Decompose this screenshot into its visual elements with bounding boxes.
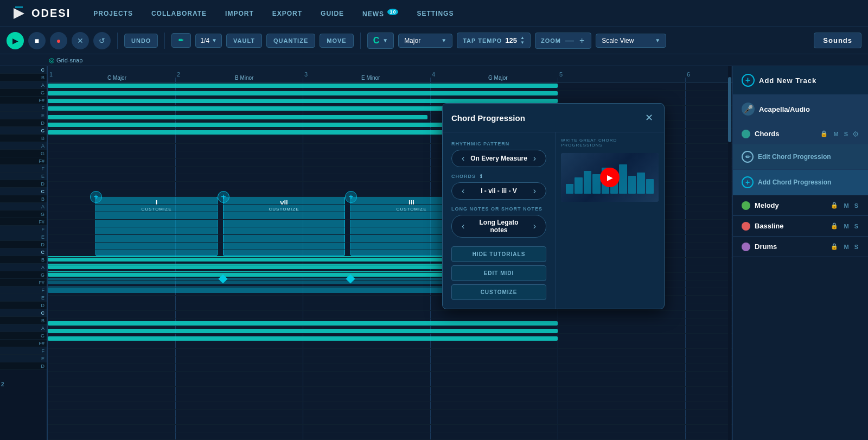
scrollbar-thumb[interactable] <box>728 77 731 142</box>
scale-selector[interactable]: Major ▼ <box>398 34 452 48</box>
track-drums[interactable]: Drums 🔒 M S <box>733 237 868 257</box>
nav-export[interactable]: EXPORT <box>271 8 303 20</box>
hide-tutorials-button[interactable]: HIDE TUTORIALS <box>451 246 546 262</box>
chords-lock-button[interactable]: 🔒 <box>819 129 829 138</box>
bpm-down[interactable]: ▼ <box>520 41 525 45</box>
note-dn1: D <box>0 362 47 370</box>
nav-collaborate[interactable]: COLLABORATE <box>150 8 208 20</box>
rhythmic-next-button[interactable]: › <box>530 154 539 163</box>
bpm-arrows: ▲ ▼ <box>520 36 525 45</box>
acapella-audio-button[interactable]: 🎤 Acapella/Audio <box>733 95 868 124</box>
drums-S-button[interactable]: S <box>853 243 859 251</box>
nav-import[interactable]: IMPORT <box>224 8 255 20</box>
quantize-button[interactable]: QUANTIZE <box>266 34 315 48</box>
modal-close-button[interactable]: ✕ <box>642 111 655 124</box>
customize-button[interactable]: CUSTOMIZE <box>451 284 546 300</box>
news-badge: 10 <box>387 9 398 15</box>
edit-midi-button[interactable]: EDIT MIDI <box>451 265 546 281</box>
add-chord-progression-button[interactable]: + Add Chord Progression <box>733 170 868 195</box>
drums-lock-button[interactable]: 🔒 <box>829 242 839 251</box>
add-marker-3[interactable]: + <box>345 191 357 203</box>
chords-M-button[interactable]: M <box>832 130 839 138</box>
zoom-control: ZOOM — + <box>535 33 591 49</box>
add-new-track-button[interactable]: + Add New Track <box>733 66 868 95</box>
rhythmic-prev-button[interactable]: ‹ <box>458 154 468 163</box>
note-b3: B <box>0 135 47 142</box>
melody-S-button[interactable]: S <box>853 201 859 210</box>
record-button[interactable]: ● <box>50 32 67 49</box>
chord-customize-vii[interactable]: CUSTOMIZE <box>269 207 299 212</box>
nav-projects[interactable]: PROJECTS <box>92 8 134 20</box>
note-b0: B <box>0 317 47 324</box>
undo-button[interactable]: UNDO <box>124 34 158 48</box>
measure-marker-5: 5 <box>558 71 563 82</box>
note-e1: E <box>0 294 47 302</box>
melody-lock-button[interactable]: 🔒 <box>829 201 839 210</box>
note-d2: D <box>0 241 47 248</box>
modal-left-panel: RHYTHMIC PATTERN ‹ On Every Measure › CH… <box>443 132 556 309</box>
chords-next-button[interactable]: › <box>530 186 539 196</box>
chord-block-I[interactable]: I CUSTOMIZE <box>95 196 218 256</box>
move-button[interactable]: MOVE <box>320 34 353 48</box>
nav-news[interactable]: NEWS 10 <box>361 7 399 20</box>
sounds-button[interactable]: Sounds <box>814 33 861 48</box>
chord-block-vii[interactable]: vii CUSTOMIZE <box>223 196 345 256</box>
draw-button[interactable]: ✏ <box>171 33 191 48</box>
bassline-lock-button[interactable]: 🔒 <box>829 221 839 231</box>
stop-button[interactable]: ■ <box>28 32 46 49</box>
chords-help-icon[interactable]: ℹ <box>480 174 482 179</box>
measure-marker-6: 6 <box>685 71 690 82</box>
notes-next-button[interactable]: › <box>530 221 539 231</box>
chord-customize-I[interactable]: CUSTOMIZE <box>142 207 172 212</box>
grid-h-0 <box>48 82 732 83</box>
play-button[interactable]: ▶ <box>7 32 24 49</box>
scale-view-selector[interactable]: Scale View ▼ <box>596 34 666 48</box>
nav-settings[interactable]: SETTINGS <box>416 8 455 20</box>
tutorial-play-button[interactable]: ▶ <box>600 168 620 187</box>
track-melody[interactable]: Melody 🔒 M S <box>733 195 868 216</box>
track-chords[interactable]: Chords 🔒 M S ⚙ <box>733 124 868 144</box>
chords-gear-button[interactable]: ⚙ <box>852 130 859 138</box>
metronome-button[interactable]: ✕ <box>72 32 89 49</box>
chords-prev-button[interactable]: ‹ <box>458 186 468 196</box>
melody-M-button[interactable]: M <box>843 201 850 210</box>
notes-prev-button[interactable]: ‹ <box>458 221 468 231</box>
note-e3: E <box>0 173 47 180</box>
bassline-S-button[interactable]: S <box>853 222 859 231</box>
time-signature[interactable]: 1/4 ▼ <box>195 34 222 48</box>
chord-customize-iii[interactable]: CUSTOMIZE <box>397 207 427 212</box>
chord-roman-iii: iii <box>409 199 414 207</box>
vault-button[interactable]: VAULT <box>226 34 262 48</box>
add-marker-1[interactable]: + <box>90 191 102 203</box>
note-a0: A <box>0 324 47 332</box>
rhythmic-pattern-picker[interactable]: ‹ On Every Measure › <box>451 150 546 167</box>
chords-picker[interactable]: ‹ I - vii - iii - V › <box>451 182 546 200</box>
measure-marker-1: 1 <box>48 71 53 82</box>
chord-progression-modal: Chord Progression ✕ RHYTHMIC PATTERN ‹ O… <box>442 103 665 309</box>
loop-button[interactable]: ↺ <box>93 32 111 49</box>
nav-guide[interactable]: GUIDE <box>320 8 345 20</box>
track-bassline[interactable]: Bassline 🔒 M S <box>733 216 868 237</box>
modal-right-panel: WRITE GREAT CHORD PROGRESSIONS <box>556 132 664 309</box>
notes-picker[interactable]: ‹ Long Legato notes › <box>451 215 546 238</box>
note-e4: E <box>0 112 47 119</box>
melody-bar-3 <box>48 99 558 103</box>
add-marker-2[interactable]: + <box>218 191 229 203</box>
zoom-out-button[interactable]: — <box>564 36 575 46</box>
note-c5: C <box>0 66 47 74</box>
drums-M-button[interactable]: M <box>843 243 850 251</box>
edit-chord-progression-button[interactable]: ✏ Edit Chord Progression <box>733 144 868 170</box>
bpm-up[interactable]: ▲ <box>520 36 525 40</box>
chords-S-button[interactable]: S <box>843 130 849 138</box>
grid-h-44 <box>48 417 732 417</box>
key-selector[interactable]: C ▼ <box>367 33 394 49</box>
grid-h-34 <box>48 341 732 341</box>
tap-tempo[interactable]: TAP TEMPO 125 ▲ ▼ <box>457 33 531 48</box>
key-note: C <box>373 36 380 46</box>
app-logo: ODESI <box>11 5 71 22</box>
grid-h-33 <box>48 333 732 334</box>
scrollbar[interactable] <box>728 66 731 440</box>
modal-title: Chord Progression <box>451 113 525 123</box>
bassline-M-button[interactable]: M <box>843 222 850 231</box>
zoom-in-button[interactable]: + <box>578 36 585 46</box>
